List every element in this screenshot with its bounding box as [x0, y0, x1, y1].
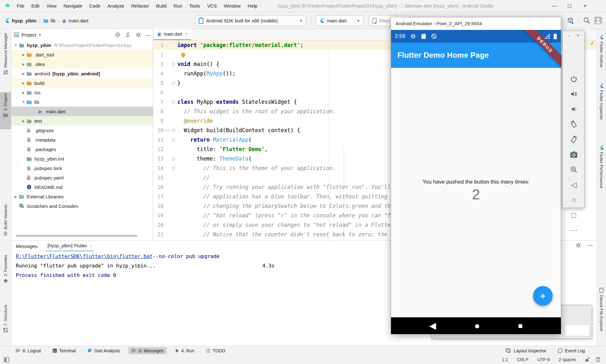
- close-tab-icon[interactable]: ×: [90, 244, 92, 248]
- toolwindow-button-4-run[interactable]: 4: Run: [172, 347, 197, 354]
- collapse-arrow-icon[interactable]: ▶: [20, 72, 27, 75]
- device-selector-dropdown[interactable]: Android SDK built for x86 (mobile) ▼: [195, 15, 306, 26]
- tree-horizontal-scrollbar[interactable]: [16, 235, 137, 237]
- menu-edit[interactable]: Edit: [28, 3, 43, 9]
- run-config-dropdown[interactable]: main.dart ▼: [316, 15, 364, 26]
- toolwindow-button-layout-inspector[interactable]: Layout Inspector: [503, 347, 549, 354]
- settings-gear-icon[interactable]: [576, 243, 581, 248]
- hide-panel-icon[interactable]: —: [588, 243, 593, 248]
- unlock-icon[interactable]: [581, 357, 593, 362]
- stripe-tab-flutter-inspector[interactable]: Flutter Inspector: [597, 83, 606, 131]
- toolwindow-button-todo[interactable]: TODO: [203, 347, 228, 354]
- tree-item-main-dart[interactable]: main.dart: [11, 107, 153, 116]
- menu-file[interactable]: File: [13, 3, 28, 9]
- emulator-back-button[interactable]: ◁: [563, 179, 585, 191]
- stripe-tab-7-structure[interactable]: 7: Structure: [0, 303, 11, 340]
- fold-marker-icon[interactable]: [171, 101, 175, 103]
- fold-marker-icon[interactable]: [171, 82, 175, 85]
- inspection-ok-icon[interactable]: ✓: [590, 40, 594, 46]
- tree-item-metadata[interactable]: .metadata: [11, 135, 153, 144]
- nav-overview-button[interactable]: ■: [518, 321, 523, 330]
- hide-panel-icon[interactable]: —: [146, 32, 150, 38]
- stripe-tab-flutter-performance[interactable]: Flutter Performance: [597, 145, 606, 202]
- status-utf-8[interactable]: UTF-8: [533, 357, 554, 362]
- menu-code[interactable]: Code: [86, 3, 104, 9]
- emulator-overview-button[interactable]: □: [563, 209, 585, 221]
- override-marker-icon[interactable]: ○↑: [163, 128, 171, 132]
- emulator-zoom-button[interactable]: [563, 163, 585, 176]
- emulator-title-bar[interactable]: Android Emulator - Pixel_2_API_29:5554: [391, 17, 561, 30]
- emulator-volume-down-button[interactable]: [563, 103, 585, 115]
- tree-item-pubspec-yaml[interactable]: YMLpubspec.yaml: [11, 173, 153, 182]
- stripe-tab-flutter-outline[interactable]: Flutter Outline: [597, 35, 606, 85]
- menu-run[interactable]: Run: [170, 3, 186, 9]
- tree-item-dart-tool[interactable]: ▶.dart_tool: [11, 50, 153, 59]
- stripe-tab-device-file-explorer[interactable]: Device File Explorer: [597, 288, 606, 345]
- fold-marker-icon[interactable]: [171, 129, 175, 132]
- tree-item-packages[interactable]: .packages: [11, 144, 153, 154]
- toolwindow-button-6-logcat[interactable]: 6: Logcat: [13, 347, 44, 354]
- menu-tools[interactable]: Tools: [186, 3, 204, 9]
- intention-bulb-icon[interactable]: [181, 53, 185, 57]
- tree-item-android[interactable]: ▶android[hyzp_yibin_android]: [11, 69, 153, 78]
- inspections-widget-icon[interactable]: [593, 357, 606, 362]
- window-close-button[interactable]: ×: [578, 0, 592, 12]
- messages-tab-flutter[interactable]: [hyzp_yibin] Flutter ×: [46, 241, 94, 251]
- collapse-arrow-icon[interactable]: ▶: [20, 91, 27, 94]
- menu-refactor[interactable]: Refactor: [128, 3, 153, 9]
- fold-marker-icon[interactable]: [171, 167, 175, 170]
- menu-window[interactable]: Window: [220, 3, 244, 9]
- tree-item-lib[interactable]: ▼lib: [11, 97, 153, 107]
- close-tab-icon[interactable]: ×: [185, 32, 187, 36]
- window-restore-button[interactable]: [562, 0, 577, 12]
- menu-analyze[interactable]: Analyze: [104, 3, 128, 9]
- fold-marker-icon[interactable]: [171, 138, 175, 141]
- emulator-screenshot-button[interactable]: [563, 148, 585, 161]
- status-2-spaces[interactable]: 2 spaces: [554, 357, 581, 362]
- tree-item-external-libraries[interactable]: ▶External Libraries: [11, 192, 153, 201]
- menu-navigate[interactable]: Navigate: [60, 3, 86, 9]
- toolwindow-button-event-log[interactable]: Event Log: [555, 347, 588, 354]
- emulator-rotate-right-button[interactable]: [563, 133, 585, 146]
- tool-window-switcher-icon[interactable]: [4, 357, 9, 362]
- emulator-minimize-button[interactable]: –: [568, 33, 570, 38]
- menu-vcs[interactable]: VCS: [204, 3, 220, 9]
- stripe-tab-build-variants[interactable]: Build Variants: [0, 203, 11, 247]
- menu-build[interactable]: Build: [152, 3, 170, 9]
- locate-file-icon[interactable]: [115, 32, 121, 38]
- tree-item-scratches-and-consoles[interactable]: Scratches and Consoles: [11, 201, 153, 211]
- collapse-arrow-icon[interactable]: ▶: [20, 62, 27, 66]
- emulator-more-button[interactable]: ⋯: [563, 224, 585, 237]
- collapse-arrow-icon[interactable]: ▶: [13, 195, 19, 198]
- window-minimize-button[interactable]: —: [547, 0, 561, 12]
- breadcrumb-lib[interactable]: lib: [51, 18, 56, 23]
- nav-home-button[interactable]: ●: [474, 320, 480, 331]
- breadcrumb-project[interactable]: hyzp_yibin: [12, 18, 37, 23]
- emulator-close-button[interactable]: ×: [577, 33, 579, 38]
- nav-back-button[interactable]: ◀: [429, 320, 436, 331]
- stripe-tab-resource-manager[interactable]: Resource Manager: [0, 32, 11, 86]
- collapse-arrow-icon[interactable]: ▶: [20, 119, 27, 123]
- search-icon[interactable]: [583, 16, 591, 25]
- tree-item-hyzp-yibin-iml[interactable]: hyzp_yibin.iml: [11, 154, 153, 163]
- emulator-volume-up-button[interactable]: [563, 88, 585, 100]
- console-file-link[interactable]: R:\Flutter\FlutterSDK\flutter\bin\flutte…: [16, 253, 152, 259]
- tree-item-idea[interactable]: ▶.idea: [11, 59, 153, 69]
- editor-tab-main-dart[interactable]: main.dart ×: [153, 29, 191, 40]
- settings-gear-icon[interactable]: [136, 32, 141, 38]
- stripe-tab-2-favorites[interactable]: 2: Favorites: [0, 254, 11, 292]
- tree-item-build[interactable]: ▶build: [11, 78, 153, 88]
- breadcrumb-file[interactable]: main.dart: [69, 18, 89, 23]
- toolwindow-button-0-messages[interactable]: 0: Messages: [128, 347, 166, 354]
- fold-marker-icon[interactable]: [171, 157, 175, 160]
- tree-item-readme-md[interactable]: README.md: [11, 182, 153, 192]
- menu-view[interactable]: View: [43, 3, 60, 9]
- emulator-power-button[interactable]: [563, 73, 585, 85]
- chevron-down-icon[interactable]: ▼: [39, 33, 42, 37]
- toolwindow-button-terminal[interactable]: Terminal: [50, 347, 79, 354]
- avatar[interactable]: [594, 16, 602, 25]
- tree-item-pubspec-lock[interactable]: pubspec.lock: [11, 163, 153, 173]
- tree-item-ios[interactable]: ▶ios: [11, 88, 153, 97]
- status-crlf[interactable]: CRLF: [513, 357, 533, 362]
- emulator-home-button[interactable]: ○: [563, 194, 585, 206]
